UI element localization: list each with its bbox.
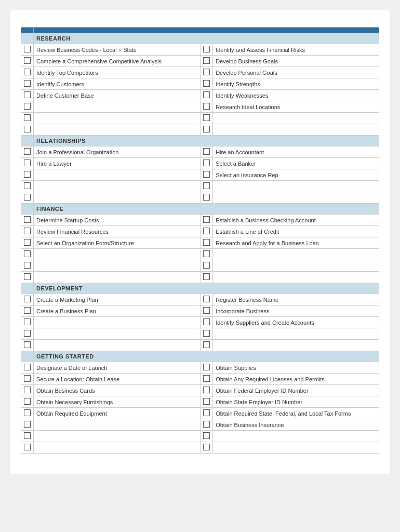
left-checkbox[interactable] <box>24 228 31 234</box>
left-checkbox[interactable] <box>24 239 31 246</box>
right-checkbox-cell <box>201 181 213 192</box>
left-checkbox[interactable] <box>24 444 31 450</box>
left-checkbox[interactable] <box>24 262 31 269</box>
right-checkbox[interactable] <box>203 126 210 132</box>
left-checkbox[interactable] <box>24 432 31 439</box>
table-row <box>21 249 379 260</box>
left-checkbox[interactable] <box>24 159 31 166</box>
right-checkbox[interactable] <box>203 398 210 405</box>
left-checkbox[interactable] <box>24 69 31 75</box>
left-checkbox-cell <box>21 317 34 328</box>
left-checkbox[interactable] <box>24 330 31 337</box>
left-checkbox-cell <box>21 408 34 419</box>
right-checkbox[interactable] <box>203 250 210 257</box>
left-checkbox-cell <box>21 181 34 192</box>
left-item-text <box>34 260 201 272</box>
right-item-text <box>213 272 379 283</box>
right-checkbox[interactable] <box>203 80 210 87</box>
right-checkbox-cell <box>201 431 213 442</box>
table-row: Select an Insurance Rep <box>21 169 379 181</box>
left-checkbox[interactable] <box>24 148 31 155</box>
right-checkbox[interactable] <box>203 364 210 370</box>
right-checkbox[interactable] <box>203 387 210 393</box>
left-checkbox[interactable] <box>24 398 31 405</box>
left-checkbox-cell <box>21 249 34 260</box>
table-row: Identify Top Competitors Develop Persona… <box>21 67 379 78</box>
left-checkbox[interactable] <box>24 375 31 382</box>
right-checkbox[interactable] <box>203 103 210 110</box>
table-row <box>21 113 379 124</box>
right-checkbox-cell <box>201 192 213 204</box>
left-checkbox[interactable] <box>24 273 31 280</box>
left-checkbox[interactable] <box>24 91 31 98</box>
right-checkbox[interactable] <box>203 148 210 155</box>
left-checkbox[interactable] <box>24 182 31 189</box>
left-checkbox-cell <box>21 340 34 351</box>
left-checkbox[interactable] <box>24 296 31 302</box>
table-row: Hire a Lawyer Select a Banker <box>21 158 379 169</box>
right-checkbox[interactable] <box>203 239 210 246</box>
right-checkbox-cell <box>201 260 213 272</box>
right-checkbox[interactable] <box>203 182 210 189</box>
right-checkbox[interactable] <box>203 69 210 75</box>
left-checkbox[interactable] <box>24 171 31 178</box>
left-checkbox[interactable] <box>24 421 31 428</box>
table-row: Create a Marketing Plan Register Busines… <box>21 294 379 305</box>
right-item-text: Research and Apply for a Business Loan <box>213 237 379 249</box>
right-checkbox[interactable] <box>203 91 210 98</box>
right-checkbox[interactable] <box>203 114 210 121</box>
left-item-text: Obtain Required Equipment <box>34 408 201 419</box>
right-checkbox[interactable] <box>203 262 210 269</box>
right-checkbox[interactable] <box>203 159 210 166</box>
right-checkbox[interactable] <box>203 171 210 178</box>
left-checkbox[interactable] <box>24 114 31 121</box>
right-checkbox[interactable] <box>203 228 210 234</box>
left-item-text <box>34 169 201 181</box>
left-item-text: Obtain Business Cards <box>34 385 201 396</box>
left-checkbox[interactable] <box>24 409 31 416</box>
right-checkbox[interactable] <box>203 341 210 348</box>
right-checkbox-cell <box>201 44 213 56</box>
left-checkbox[interactable] <box>24 46 31 52</box>
left-item-text: Complete a Comprehensive Competitive Ana… <box>34 56 201 67</box>
right-item-text: Register Business Name <box>213 294 379 305</box>
right-checkbox[interactable] <box>203 444 210 450</box>
right-checkbox-cell <box>201 385 213 396</box>
right-checkbox[interactable] <box>203 57 210 64</box>
right-checkbox[interactable] <box>203 194 210 201</box>
left-checkbox[interactable] <box>24 250 31 257</box>
right-checkbox[interactable] <box>203 273 210 280</box>
left-item-text: Create a Business Plan <box>34 305 201 317</box>
left-checkbox-cell <box>21 328 34 340</box>
left-checkbox[interactable] <box>24 216 31 223</box>
table-row: Review Business Codes - Local + State Id… <box>21 44 379 56</box>
right-checkbox[interactable] <box>203 409 210 416</box>
left-checkbox[interactable] <box>24 341 31 348</box>
right-checkbox[interactable] <box>203 432 210 439</box>
right-checkbox[interactable] <box>203 375 210 382</box>
left-checkbox[interactable] <box>24 387 31 393</box>
left-checkbox[interactable] <box>24 194 31 201</box>
left-checkbox[interactable] <box>24 126 31 132</box>
right-checkbox[interactable] <box>203 46 210 52</box>
right-checkbox[interactable] <box>203 307 210 314</box>
left-checkbox[interactable] <box>24 103 31 110</box>
left-item-text: Create a Marketing Plan <box>34 294 201 305</box>
left-checkbox[interactable] <box>24 80 31 87</box>
left-item-text <box>34 101 201 113</box>
left-checkbox[interactable] <box>24 57 31 64</box>
right-checkbox[interactable] <box>203 421 210 428</box>
right-item-text: Identify Weaknesses <box>213 90 379 101</box>
left-checkbox[interactable] <box>24 318 31 325</box>
right-checkbox[interactable] <box>203 330 210 337</box>
left-item-text: Define Customer Base <box>34 90 201 101</box>
left-item-text: Determine Startup Costs <box>34 215 201 226</box>
table-row: Secure a Location: Obtain Lease Obtain A… <box>21 374 379 385</box>
right-checkbox[interactable] <box>203 296 210 302</box>
right-checkbox[interactable] <box>203 318 210 325</box>
right-checkbox[interactable] <box>203 216 210 223</box>
left-checkbox[interactable] <box>24 307 31 314</box>
left-checkbox[interactable] <box>24 364 31 370</box>
right-checkbox-cell <box>201 408 213 419</box>
table-row: Review Financial Resources Establish a L… <box>21 226 379 237</box>
